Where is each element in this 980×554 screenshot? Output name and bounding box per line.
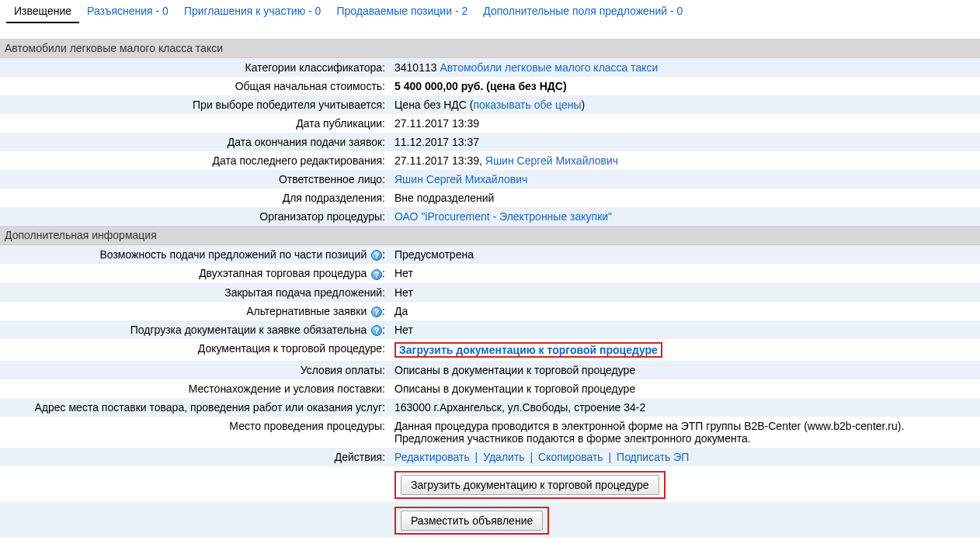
value-docproc: Загрузить документацию к торговой процед… — [390, 339, 980, 361]
value-dept: Вне подразделений — [390, 189, 980, 207]
highlight-box: Загрузить документацию к торговой процед… — [394, 471, 665, 499]
table-row: Категории классификатора: 3410113 Автомо… — [0, 58, 980, 77]
edit-link[interactable]: Редактировать — [394, 451, 470, 463]
label-twostage: Двухэтапная торговая процедура ?: — [0, 264, 390, 282]
label-total: Общая начальная стоимость: — [0, 77, 390, 95]
highlight-box: Загрузить документацию к торговой процед… — [394, 342, 662, 358]
value-deadline: 11.12.2017 13:37 — [390, 133, 980, 151]
value-delivery: Описаны в документации к торговой процед… — [390, 379, 980, 398]
label-dept: Для подразделения: — [0, 189, 390, 207]
value-docreq: Нет — [390, 320, 980, 339]
table-row: Действия: Редактировать | Удалить | Скоп… — [0, 448, 980, 466]
label-payment: Условия оплаты: — [0, 361, 390, 379]
value-classifier: 3410113 Автомобили легковые малого класс… — [390, 58, 980, 77]
tab-label: Дополнительные поля предложений - 0 — [483, 5, 683, 17]
tab-invitations[interactable]: Приглашения к участию - 0 — [176, 0, 329, 23]
value-partial: Предусмотрена — [390, 245, 980, 264]
label-alt: Альтернативные заявки ?: — [0, 302, 390, 320]
upload-documentation-button[interactable]: Загрузить документацию к торговой процед… — [401, 475, 659, 495]
lastedit-user-link[interactable]: Яшин Сергей Михайлович — [485, 154, 618, 167]
value-total: 5 400 000,00 руб. (цена без НДС) — [390, 77, 980, 95]
table-row: Общая начальная стоимость: 5 400 000,00 … — [0, 77, 980, 95]
tab-positions[interactable]: Продаваемые позиции - 2 — [328, 0, 475, 23]
help-icon[interactable]: ? — [371, 250, 382, 261]
table-row: Двухэтапная торговая процедура ?: Нет — [0, 264, 980, 282]
label-actions: Действия: — [0, 448, 390, 466]
tab-label: Разъяснения - 0 — [87, 5, 169, 17]
table-row: Загрузить документацию к торговой процед… — [0, 466, 980, 502]
responsible-link[interactable]: Яшин Сергей Михайлович — [394, 173, 527, 185]
table-row: Организатор процедуры: ОАО "iProcurement… — [0, 207, 980, 226]
value-winner: Цена без НДС (показывать обе цены) — [390, 95, 980, 114]
table-row: Местонахождение и условия поставки: Опис… — [0, 379, 980, 398]
organizer-link[interactable]: ОАО "iProcurement - Электронные закупки" — [394, 210, 612, 223]
delete-link[interactable]: Удалить — [483, 451, 524, 463]
value-payment: Описаны в документации к торговой процед… — [390, 361, 980, 379]
table-row: Разместить объявление — [0, 502, 980, 538]
table-row: Дата последнего редактирования: 27.11.20… — [0, 151, 980, 170]
label-org: Организатор процедуры: — [0, 207, 390, 226]
table-row: Ответственное лицо: Яшин Сергей Михайлов… — [0, 170, 980, 189]
table-row: Дата публикации: 27.11.2017 13:39 — [0, 114, 980, 133]
label-delivery: Местонахождение и условия поставки: — [0, 379, 390, 398]
table-row: Для подразделения: Вне подразделений — [0, 189, 980, 207]
highlight-box: Разместить объявление — [394, 507, 549, 535]
value-closed: Нет — [390, 283, 980, 302]
classifier-code: 3410113 — [394, 61, 437, 74]
lastedit-date: 27.11.2017 13:39, — [394, 154, 485, 167]
table-row: Место проведения процедуры: Данная проце… — [0, 417, 980, 448]
winner-text: Цена без НДС ( — [394, 99, 473, 111]
help-icon[interactable]: ? — [371, 269, 382, 280]
value-lastedit: 27.11.2017 13:39, Яшин Сергей Михайлович — [390, 151, 980, 170]
label-winner: При выборе победителя учитывается: — [0, 95, 390, 114]
label-address: Адрес места поставки товара, проведения … — [0, 398, 390, 417]
value-twostage: Нет — [390, 264, 980, 282]
info-table-main: Категории классификатора: 3410113 Автомо… — [0, 58, 980, 226]
classifier-link[interactable]: Автомобили легковые малого класса такси — [440, 61, 658, 74]
label-partial: Возможность подачи предложений по части … — [0, 245, 390, 264]
label-responsible: Ответственное лицо: — [0, 170, 390, 189]
section-title-additional: Дополнительная информация — [0, 226, 980, 245]
label-closed: Закрытая подача предложений: — [0, 283, 390, 302]
value-responsible: Яшин Сергей Михайлович — [390, 170, 980, 189]
show-both-prices-link[interactable]: показывать обе цены — [473, 99, 581, 111]
info-table-additional: Возможность подачи предложений по части … — [0, 245, 980, 538]
section-title-main: Автомобили легковые малого класса такси — [0, 39, 980, 58]
value-pub: 27.11.2017 13:39 — [390, 114, 980, 133]
table-row: Закрытая подача предложений: Нет — [0, 283, 980, 302]
table-row: Альтернативные заявки ?: Да — [0, 302, 980, 320]
label-deadline: Дата окончания подачи заявок: — [0, 133, 390, 151]
label-lastedit: Дата последнего редактирования: — [0, 151, 390, 170]
tab-clarifications[interactable]: Разъяснения - 0 — [79, 0, 176, 23]
tab-notice[interactable]: Извещение — [6, 0, 79, 23]
label-pub: Дата публикации: — [0, 114, 390, 133]
label-classifier: Категории классификатора: — [0, 58, 390, 77]
table-row: Документация к торговой процедуре: Загру… — [0, 339, 980, 361]
tabs-bar: Извещение Разъяснения - 0 Приглашения к … — [0, 0, 980, 23]
copy-link[interactable]: Скопировать — [538, 451, 603, 463]
winner-close: ) — [581, 99, 585, 111]
upload-documentation-link[interactable]: Загрузить документацию к торговой процед… — [399, 344, 658, 356]
help-icon[interactable]: ? — [371, 325, 382, 336]
tab-extra-fields[interactable]: Дополнительные поля предложений - 0 — [475, 0, 690, 23]
table-row: Адрес места поставки товара, проведения … — [0, 398, 980, 417]
value-alt: Да — [390, 302, 980, 320]
publish-button[interactable]: Разместить объявление — [401, 511, 543, 531]
table-row: Возможность подачи предложений по части … — [0, 245, 980, 264]
separator: | — [527, 451, 535, 463]
tab-label: Извещение — [14, 5, 71, 17]
separator: | — [606, 451, 614, 463]
table-row: Подгрузка документации к заявке обязател… — [0, 320, 980, 339]
value-venue: Данная процедура проводится в электронно… — [390, 417, 980, 448]
label-venue: Место проведения процедуры: — [0, 417, 390, 448]
value-address: 163000 г.Архангельск, ул.Свободы, строен… — [390, 398, 980, 417]
separator: | — [473, 451, 481, 463]
help-icon[interactable]: ? — [371, 306, 382, 317]
value-actions: Редактировать | Удалить | Скопировать | … — [390, 448, 980, 466]
table-row: При выборе победителя учитывается: Цена … — [0, 95, 980, 114]
sign-link[interactable]: Подписать ЭП — [617, 451, 689, 463]
value-org: ОАО "iProcurement - Электронные закупки" — [390, 207, 980, 226]
table-row: Дата окончания подачи заявок: 11.12.2017… — [0, 133, 980, 151]
label-docreq: Подгрузка документации к заявке обязател… — [0, 320, 390, 339]
label-docproc: Документация к торговой процедуре: — [0, 339, 390, 361]
